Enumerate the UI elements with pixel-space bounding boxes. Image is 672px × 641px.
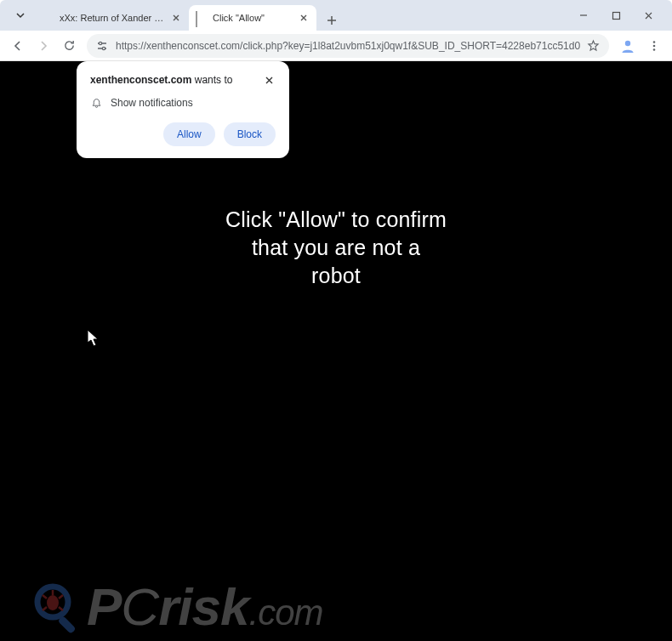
reload-button[interactable] (56, 33, 82, 59)
title-bar: xXx: Return of Xander Cage : 12 Click "A… (0, 0, 672, 31)
profile-icon (619, 37, 636, 54)
bookmark-button[interactable] (585, 38, 601, 54)
mouse-cursor (87, 329, 100, 348)
watermark-c: C (121, 577, 158, 636)
window-controls (568, 3, 663, 27)
permission-close-button[interactable] (262, 73, 276, 87)
watermark: PCrisk.com (31, 580, 322, 634)
bell-icon (90, 97, 102, 109)
minimize-icon (578, 10, 589, 20)
arrow-right-icon (37, 39, 50, 53)
watermark-p: P (87, 577, 121, 636)
maximize-icon (612, 11, 621, 20)
page-message: Click "Allow" to confirm that you are no… (0, 206, 672, 290)
tab-search-button[interactable] (9, 5, 32, 26)
allow-button[interactable]: Allow (163, 122, 215, 146)
permission-type-label: Show notifications (111, 97, 193, 109)
plus-icon (327, 15, 337, 26)
site-settings-button[interactable] (95, 39, 109, 53)
tab-title: Click "Allow" (213, 13, 294, 23)
tab-xander[interactable]: xXx: Return of Xander Cage : 12 (36, 5, 189, 31)
maximize-button[interactable] (601, 3, 631, 27)
kebab-icon (648, 40, 660, 52)
watermark-dotcom: .com (248, 593, 322, 632)
reload-icon (63, 39, 76, 52)
close-window-button[interactable] (633, 3, 663, 27)
address-bar: https://xenthenconscet.com/click.php?key… (0, 31, 672, 61)
page-message-line3: robot (0, 262, 672, 290)
minimize-button[interactable] (568, 3, 599, 27)
tab-click-allow[interactable]: Click "Allow" (189, 5, 316, 31)
permission-origin: xenthenconscet.com wants to (90, 74, 232, 86)
svg-point-2 (102, 47, 105, 49)
block-button[interactable]: Block (224, 122, 276, 146)
close-icon (644, 11, 653, 20)
url-bar[interactable]: https://xenthenconscet.com/click.php?key… (87, 34, 609, 58)
profile-button[interactable] (618, 36, 638, 56)
close-icon (173, 14, 179, 21)
tab-title: xXx: Return of Xander Cage : 12 (60, 13, 167, 23)
url-text: https://xenthenconscet.com/click.php?key… (116, 40, 580, 52)
svg-rect-8 (58, 615, 77, 634)
tab-close-button[interactable] (170, 12, 182, 24)
favicon-xander (43, 12, 54, 24)
svg-rect-0 (612, 12, 619, 19)
watermark-text: PCrisk.com (87, 581, 322, 633)
svg-point-4 (653, 41, 656, 43)
permission-wants-label: wants to (195, 74, 233, 86)
svg-point-9 (47, 595, 59, 610)
svg-point-5 (653, 44, 656, 47)
favicon-page (196, 12, 208, 24)
browser-menu-button[interactable] (641, 33, 667, 59)
star-icon (587, 39, 600, 52)
chevron-down-icon (15, 10, 26, 20)
close-icon (300, 14, 307, 21)
svg-point-6 (653, 48, 656, 51)
svg-point-1 (99, 42, 101, 44)
watermark-risk: risk (158, 577, 248, 636)
page-viewport: xenthenconscet.com wants to Show notific… (0, 61, 672, 641)
back-button[interactable] (5, 33, 31, 59)
tune-icon (96, 40, 108, 52)
close-icon (265, 76, 274, 85)
arrow-left-icon (11, 39, 25, 53)
notification-permission-popup: xenthenconscet.com wants to Show notific… (77, 61, 289, 158)
tabs-strip: xXx: Return of Xander Cage : 12 Click "A… (36, 0, 568, 31)
permission-domain: xenthenconscet.com (90, 74, 191, 86)
tab-close-button[interactable] (298, 12, 310, 24)
magnifier-bug-icon (31, 580, 85, 634)
svg-point-3 (625, 40, 630, 45)
page-message-line1: Click "Allow" to confirm (0, 206, 672, 234)
forward-button[interactable] (31, 33, 56, 59)
new-tab-button[interactable] (322, 10, 342, 31)
page-message-line2: that you are not a (0, 234, 672, 262)
